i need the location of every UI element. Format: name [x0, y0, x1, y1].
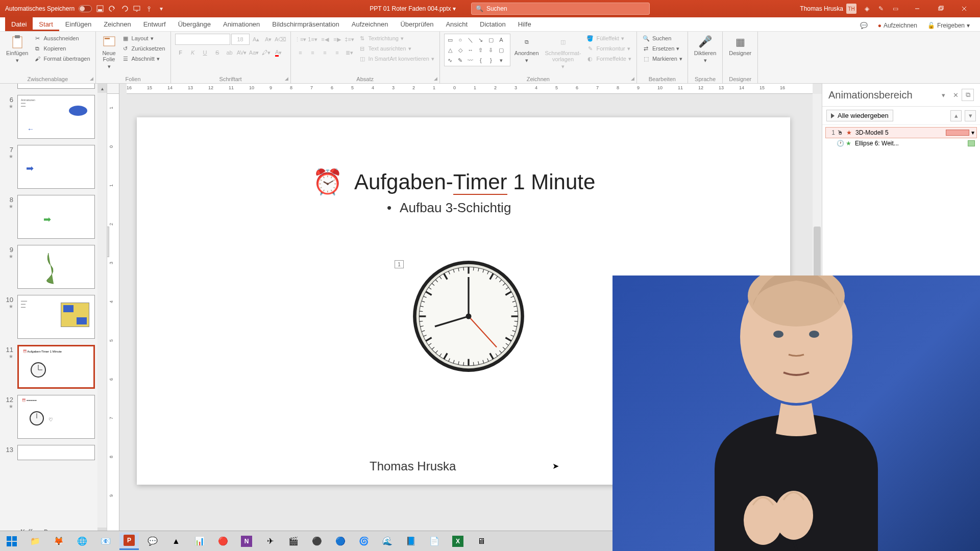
thumbnail-slide-10[interactable]: 10★━━━━━━━━━━	[4, 295, 103, 339]
coming-soon-icon[interactable]: ◈	[863, 5, 871, 13]
user-account[interactable]: Thomas Hruska TH	[800, 4, 856, 14]
decrease-indent-icon[interactable]: ≡◀	[320, 34, 331, 45]
find-button[interactable]: 🔍Suchen	[641, 34, 683, 43]
clock-graphic[interactable]	[412, 260, 525, 372]
shapes-gallery[interactable]: ▭ ○ ＼ ↘ ▢ A △ ◇ ↔ ⇧ ⇩ ▢ ∿ ✎	[444, 34, 510, 66]
touch-mode-icon[interactable]	[145, 5, 153, 13]
shape-more-icon[interactable]: ▾	[497, 56, 506, 65]
designer-button[interactable]: ▦Designer	[727, 34, 753, 57]
dictate-button[interactable]: 🎤Diktieren▾	[692, 34, 718, 65]
close-button[interactable]	[952, 0, 976, 17]
shape-up-arrow-icon[interactable]: ⇧	[476, 45, 485, 55]
tab-review[interactable]: Überprüfen	[394, 17, 439, 31]
qat-dropdown-icon[interactable]: ▾	[157, 5, 165, 13]
increase-indent-icon[interactable]: ≡▶	[332, 34, 343, 45]
shape-line-icon[interactable]: ＼	[466, 35, 475, 44]
thumbnails-scrollbar[interactable]: ▴ ▾	[97, 84, 107, 537]
dialog-launcher-icon[interactable]: ◢	[631, 76, 634, 81]
replace-button[interactable]: ⇄Ersetzen ▾	[641, 44, 683, 53]
shape-freeform-icon[interactable]: ✎	[456, 56, 465, 65]
shape-double-arrow-icon[interactable]: ↔	[466, 45, 475, 55]
save-icon[interactable]	[96, 5, 104, 13]
copy-button[interactable]: ⧉Kopieren	[32, 44, 91, 53]
decrease-font-icon[interactable]: A▾	[263, 34, 274, 45]
shape-oval-icon[interactable]: ○	[456, 35, 465, 44]
tab-animations[interactable]: Animationen	[217, 17, 266, 31]
thumbnail-slide-9[interactable]: 9★	[4, 245, 103, 289]
slide-title[interactable]: ⏰ Aufgaben-Timer 1 Minute	[312, 167, 595, 196]
powerpoint-icon[interactable]: P	[119, 533, 139, 550]
quick-styles-button[interactable]: ◫Schnellformat- vorlagen▾	[543, 34, 583, 71]
slide-author[interactable]: Thomas Hruska	[370, 459, 456, 473]
dialog-launcher-icon[interactable]: ◢	[434, 76, 437, 81]
shape-rect-icon[interactable]: ▭	[446, 35, 455, 44]
app-icon-4[interactable]: 🎬	[284, 533, 303, 550]
restore-button[interactable]	[929, 0, 952, 17]
outlook-icon[interactable]: 📧	[96, 533, 115, 550]
file-name[interactable]: PPT 01 Roter Faden 004.pptx ▾	[370, 5, 456, 12]
vertical-ruler[interactable]: 10123456789	[107, 94, 119, 537]
highlight-icon[interactable]: 🖍▾	[261, 47, 272, 58]
animation-item-1[interactable]: 1 🖱 ★ 3D-Modell 5 ▾	[825, 127, 977, 138]
line-spacing-icon[interactable]: ‡≡▾	[344, 34, 355, 45]
chrome-icon[interactable]: 🌐	[72, 533, 92, 550]
paste-button[interactable]: Einfügen▾	[4, 34, 30, 65]
increase-font-icon[interactable]: A▴	[251, 34, 262, 45]
shape-down-arrow-icon[interactable]: ⇩	[486, 45, 496, 55]
shape-diamond-icon[interactable]: ◇	[456, 45, 465, 55]
tab-help[interactable]: Hilfe	[512, 17, 537, 31]
firefox-icon[interactable]: 🦊	[49, 533, 68, 550]
slide-bullet-1[interactable]: Aufbau 3-Schichtig	[387, 200, 511, 216]
explorer-icon[interactable]: 📁	[26, 533, 45, 550]
shape-arrow-icon[interactable]: ↘	[476, 35, 485, 44]
dialog-launcher-icon[interactable]: ◢	[90, 76, 93, 81]
pane-close-icon[interactable]: ✕	[949, 89, 962, 101]
align-left-icon[interactable]: ≡	[295, 47, 306, 58]
font-size-combo[interactable]: 18	[231, 34, 250, 45]
shape-curve-icon[interactable]: ∿	[446, 56, 455, 65]
present-from-start-icon[interactable]	[133, 5, 141, 13]
arrange-button[interactable]: ⧉Anordnen▾	[512, 34, 541, 65]
excel-icon[interactable]: X	[448, 533, 468, 550]
notes-pane-icon[interactable]: ✎	[877, 5, 885, 13]
tab-draw[interactable]: Zeichnen	[97, 17, 137, 31]
shape-text-icon[interactable]: A	[497, 35, 506, 44]
thumbnail-slide-12[interactable]: 12★⏰ ━━━━━♡	[4, 395, 103, 439]
app-icon-7[interactable]: 📘	[401, 533, 421, 550]
search-box[interactable]: 🔍 Suchen	[471, 3, 650, 15]
scroll-up-icon[interactable]: ▴	[97, 84, 107, 93]
thumbnail-slide-5[interactable]: 5▪ ▪ ▪▪ ▪ ▪▪ ▪ ▪	[4, 84, 103, 89]
tab-view[interactable]: Ansicht	[439, 17, 474, 31]
play-all-button[interactable]: Alle wiedergeben	[826, 110, 893, 121]
edge-icon[interactable]: 🌊	[378, 533, 397, 550]
shape-fill-button[interactable]: 🪣Fülleffekt ▾	[585, 34, 632, 43]
align-center-icon[interactable]: ≡	[307, 47, 318, 58]
undo-icon[interactable]	[108, 5, 116, 13]
thumbnail-slide-7[interactable]: 7★➡	[4, 145, 103, 189]
tab-transitions[interactable]: Übergänge	[172, 17, 217, 31]
thumbnail-slide-11[interactable]: 11★⏰ Aufgaben-Timer 1 Minute	[4, 345, 103, 389]
underline-icon[interactable]: U	[200, 47, 211, 58]
format-painter-button[interactable]: 🖌Format übertragen	[32, 54, 91, 63]
animation-order-tag[interactable]: 1	[395, 260, 404, 268]
item-dropdown-icon[interactable]: ▾	[971, 129, 974, 136]
pane-options-icon[interactable]: ▾	[937, 89, 949, 101]
start-button[interactable]	[2, 533, 21, 550]
redo-icon[interactable]	[120, 5, 129, 13]
shape-rect2-icon[interactable]: ▢	[486, 35, 496, 44]
shape-brace-icon[interactable]: {	[476, 56, 485, 65]
tab-design[interactable]: Entwurf	[137, 17, 172, 31]
pane-popout-icon[interactable]: ⧉	[962, 89, 974, 101]
comments-button[interactable]: 💬	[855, 20, 873, 31]
numbering-icon[interactable]: 1≡▾	[307, 34, 318, 45]
font-name-combo[interactable]	[175, 34, 230, 45]
record-button[interactable]: ●Aufzeichnen	[873, 20, 922, 31]
section-button[interactable]: ☰Abschnitt ▾	[120, 54, 166, 63]
tab-slideshow[interactable]: Bildschirmpräsentation	[266, 17, 346, 31]
shadow-icon[interactable]: ab	[224, 47, 235, 58]
select-button[interactable]: ⬚Markieren ▾	[641, 54, 683, 63]
move-up-button[interactable]: ▴	[950, 110, 962, 121]
horizontal-ruler[interactable]: 1615141312111098765432101234567891011121…	[127, 84, 813, 94]
convert-smartart-button[interactable]: ◫In SmartArt konvertieren ▾	[357, 54, 435, 63]
shape-scribble-icon[interactable]: 〰	[466, 56, 475, 65]
